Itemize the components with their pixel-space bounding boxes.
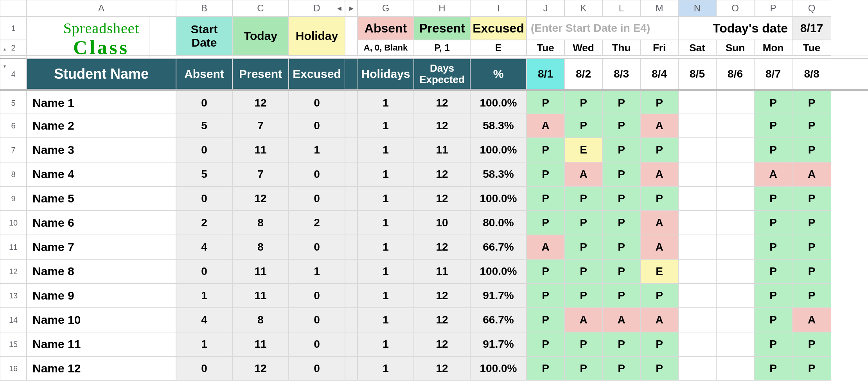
today-merged[interactable]: Today (232, 16, 289, 56)
attendance-cell[interactable]: P (754, 259, 792, 283)
logo-top-cell[interactable]: Spreadsheet (27, 16, 176, 40)
col-header-C[interactable]: C (232, 0, 289, 16)
student-name-cell[interactable]: Name 8 (27, 259, 176, 283)
excused-cell[interactable]: 1 (289, 138, 345, 162)
attendance-cell[interactable]: P (754, 356, 792, 381)
attendance-cell[interactable] (678, 332, 716, 356)
date-4[interactable]: 8/5 (678, 59, 716, 89)
start-date-hint[interactable]: (Enter Start Date in E4) (527, 16, 678, 40)
date-3[interactable]: 8/4 (640, 59, 678, 89)
excused-cell[interactable]: 0 (289, 356, 345, 381)
excused-header[interactable]: Excused (470, 16, 527, 40)
excused-codes[interactable]: E (470, 40, 527, 56)
date-5[interactable]: 8/6 (716, 59, 754, 89)
header-student-name[interactable]: Student Name (27, 59, 176, 89)
attendance-cell[interactable]: P (792, 283, 831, 308)
expand-columns-icon[interactable]: ▶ (345, 0, 358, 16)
col-header-L[interactable]: L (602, 0, 640, 16)
percent-cell[interactable]: 66.7% (470, 235, 527, 259)
attendance-cell[interactable] (716, 259, 754, 283)
corner-cell[interactable] (0, 0, 27, 16)
days-expected-cell[interactable]: 12 (414, 356, 470, 381)
student-name-cell[interactable]: Name 7 (27, 235, 176, 259)
holidays-cell[interactable]: 1 (358, 114, 414, 138)
days-expected-cell[interactable]: 11 (414, 259, 470, 283)
attendance-cell[interactable]: P (527, 162, 564, 186)
percent-cell[interactable]: 58.3% (470, 162, 527, 186)
col-header-A[interactable]: A (27, 0, 176, 16)
student-name-cell[interactable]: Name 2 (27, 114, 176, 138)
absent-cell[interactable]: 0 (176, 356, 232, 381)
header-holidays[interactable]: Holidays (358, 59, 414, 89)
attendance-cell[interactable]: A (792, 162, 831, 186)
attendance-cell[interactable]: A (792, 308, 831, 332)
attendance-cell[interactable]: A (602, 308, 640, 332)
attendance-cell[interactable]: P (792, 138, 831, 162)
absent-cell[interactable]: 1 (176, 332, 232, 356)
holidays-cell[interactable]: 1 (358, 138, 414, 162)
dayname-3[interactable]: Fri (640, 40, 678, 56)
attendance-cell[interactable]: E (564, 138, 602, 162)
attendance-cell[interactable]: A (527, 114, 564, 138)
attendance-cell[interactable]: P (527, 186, 564, 211)
present-cell[interactable]: 7 (232, 114, 289, 138)
attendance-cell[interactable]: A (640, 211, 678, 235)
absent-cell[interactable]: 5 (176, 162, 232, 186)
absent-cell[interactable]: 4 (176, 235, 232, 259)
holidays-cell[interactable]: 1 (358, 332, 414, 356)
start-date-merged[interactable]: StartDate (176, 16, 232, 56)
collapse-left-icon[interactable]: ◀ (337, 5, 341, 11)
percent-cell[interactable]: 58.3% (470, 114, 527, 138)
attendance-cell[interactable] (716, 332, 754, 356)
percent-cell[interactable]: 100.0% (470, 356, 527, 381)
student-name-cell[interactable]: Name 11 (27, 332, 176, 356)
attendance-cell[interactable]: P (527, 259, 564, 283)
absent-cell[interactable]: 0 (176, 259, 232, 283)
attendance-cell[interactable]: A (640, 308, 678, 332)
col-header-H[interactable]: H (414, 0, 470, 16)
row-header[interactable]: 6 (0, 114, 27, 138)
attendance-cell[interactable]: P (754, 235, 792, 259)
dayname-5[interactable]: Sun (716, 40, 754, 56)
student-name-cell[interactable]: Name 6 (27, 211, 176, 235)
excused-cell[interactable]: 2 (289, 211, 345, 235)
attendance-cell[interactable]: P (792, 91, 831, 115)
percent-cell[interactable]: 100.0% (470, 138, 527, 162)
absent-cell[interactable]: 5 (176, 114, 232, 138)
row-header[interactable]: 15 (0, 332, 27, 356)
header-excused[interactable]: Excused (289, 59, 345, 89)
attendance-cell[interactable]: P (754, 211, 792, 235)
attendance-cell[interactable]: P (602, 138, 640, 162)
col-header-D[interactable]: D ◀ (289, 0, 345, 16)
attendance-cell[interactable]: P (527, 332, 564, 356)
dayname-7[interactable]: Tue (792, 40, 831, 56)
row-header[interactable]: 11 (0, 235, 27, 259)
attendance-cell[interactable] (716, 91, 754, 115)
attendance-cell[interactable]: P (564, 283, 602, 308)
row-header[interactable]: 7 (0, 138, 27, 162)
attendance-cell[interactable]: P (564, 114, 602, 138)
attendance-cell[interactable]: P (640, 138, 678, 162)
attendance-cell[interactable]: P (602, 162, 640, 186)
header-present[interactable]: Present (232, 59, 289, 89)
attendance-cell[interactable]: P (602, 114, 640, 138)
attendance-cell[interactable]: P (602, 211, 640, 235)
days-expected-cell[interactable]: 12 (414, 235, 470, 259)
attendance-cell[interactable]: P (640, 356, 678, 381)
row-header[interactable]: 12 (0, 259, 27, 283)
percent-cell[interactable]: 80.0% (470, 211, 527, 235)
col-header-Q[interactable]: Q (792, 0, 831, 16)
holidays-cell[interactable]: 1 (358, 91, 414, 115)
attendance-cell[interactable]: P (527, 138, 564, 162)
attendance-cell[interactable]: P (792, 356, 831, 381)
row-header[interactable]: 10 (0, 211, 27, 235)
attendance-cell[interactable]: P (792, 114, 831, 138)
dayname-1[interactable]: Wed (564, 40, 602, 56)
attendance-cell[interactable]: P (527, 308, 564, 332)
present-cell[interactable]: 8 (232, 308, 289, 332)
attendance-cell[interactable] (678, 235, 716, 259)
attendance-cell[interactable]: P (754, 186, 792, 211)
student-name-cell[interactable]: Name 5 (27, 186, 176, 211)
row-header[interactable]: 16 (0, 356, 27, 381)
days-expected-cell[interactable]: 11 (414, 138, 470, 162)
